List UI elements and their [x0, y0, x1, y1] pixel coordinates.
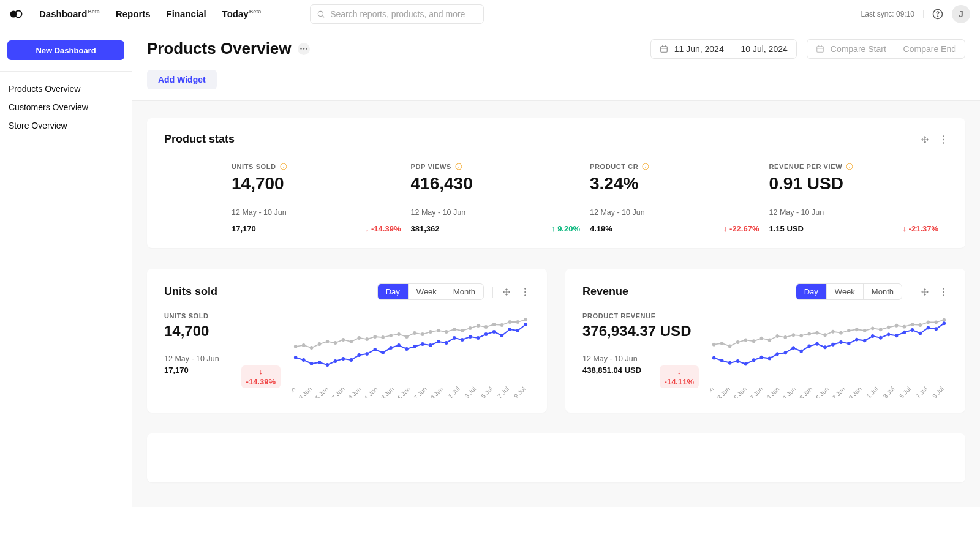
svg-point-134 [879, 328, 883, 331]
range-toggle-month[interactable]: Month [864, 284, 902, 299]
svg-point-41 [342, 338, 345, 342]
svg-point-53 [437, 329, 440, 332]
range-toggle-month[interactable]: Month [445, 284, 483, 299]
sidebar-item[interactable]: Store Overview [9, 121, 123, 130]
more-icon[interactable] [938, 135, 948, 144]
more-icon[interactable] [938, 287, 948, 297]
compare-range-picker[interactable]: Compare Start – Compare End [807, 39, 965, 59]
info-icon[interactable] [280, 163, 287, 170]
svg-point-45 [373, 335, 377, 339]
move-icon[interactable] [502, 287, 511, 297]
svg-point-88 [477, 336, 480, 340]
stat-label: UNITS SOLD [164, 312, 281, 320]
date-sep: – [730, 44, 735, 54]
chart-stat: PRODUCT REVENUE 376,934.37 USD 12 May - … [582, 312, 699, 398]
stat-compare-range: 12 May - 10 Jun [411, 208, 581, 217]
avatar[interactable]: J [952, 5, 970, 23]
svg-text:15 Jun: 15 Jun [312, 385, 330, 398]
range-toggle: DayWeekMonth [377, 283, 484, 300]
svg-point-36 [302, 343, 306, 347]
sidebar-item[interactable]: Products Overview [9, 84, 123, 94]
new-dashboard-button[interactable]: New Dashboard [7, 40, 124, 60]
svg-text:21 Jun: 21 Jun [779, 385, 797, 398]
help-icon[interactable] [932, 9, 943, 20]
svg-point-114 [720, 342, 724, 345]
chart-plot: 11 Jun13 Jun15 Jun17 Jun19 Jun21 Jun23 J… [710, 312, 948, 398]
svg-text:17 Jun: 17 Jun [747, 385, 764, 398]
last-sync-text: Last sync: 09:10 [861, 10, 924, 18]
svg-point-117 [744, 339, 748, 342]
range-toggle-week[interactable]: Week [409, 284, 445, 299]
svg-rect-13 [817, 47, 824, 52]
calendar-icon [660, 45, 668, 53]
nav-link[interactable]: TodayBeta [222, 9, 262, 19]
svg-text:1 Jul: 1 Jul [447, 386, 461, 399]
svg-point-57 [469, 326, 472, 330]
svg-point-38 [318, 342, 322, 346]
stat-value: 3.24% [590, 174, 760, 193]
svg-point-80 [413, 345, 417, 348]
search-box[interactable] [310, 4, 484, 24]
svg-text:7 Jul: 7 Jul [496, 386, 510, 399]
svg-point-136 [895, 324, 899, 328]
stat-compare-range: 12 May - 10 Jun [769, 208, 939, 217]
svg-point-138 [911, 323, 914, 326]
svg-point-120 [768, 339, 772, 342]
range-toggle-week[interactable]: Week [827, 284, 864, 299]
svg-point-172 [943, 321, 946, 325]
units-sold-card: Units sold DayWeekMonth UNITS SOLD 14,70… [147, 269, 547, 413]
svg-point-52 [429, 330, 432, 334]
search-icon [317, 10, 325, 18]
svg-point-19 [943, 142, 944, 144]
nav-link[interactable]: Reports [116, 9, 151, 19]
svg-point-59 [484, 325, 488, 329]
svg-text:9 Jul: 9 Jul [931, 386, 944, 399]
stat-compare-value: 1.15 USD [769, 224, 804, 233]
sidebar-item[interactable]: Customers Overview [9, 102, 123, 112]
svg-point-153 [791, 346, 795, 350]
svg-point-112 [943, 294, 944, 296]
divider [492, 287, 493, 298]
svg-point-33 [524, 291, 526, 293]
svg-point-18 [943, 138, 944, 140]
svg-point-122 [783, 335, 787, 339]
date-start: 11 Jun, 2024 [674, 44, 724, 54]
more-icon[interactable] [520, 287, 530, 297]
svg-point-43 [357, 336, 361, 340]
info-icon[interactable] [642, 163, 649, 170]
info-icon[interactable] [455, 163, 462, 170]
svg-point-35 [294, 345, 298, 348]
svg-point-90 [492, 330, 496, 334]
app-logo[interactable] [10, 10, 24, 18]
svg-text:3 Jul: 3 Jul [464, 386, 477, 399]
nav-link[interactable]: Financial [167, 9, 206, 19]
range-toggle-day[interactable]: Day [378, 284, 409, 299]
svg-point-49 [405, 335, 409, 339]
svg-point-85 [453, 336, 456, 340]
date-range-picker[interactable]: 11 Jun, 2024 – 10 Jul, 2024 [650, 39, 797, 59]
svg-text:27 Jun: 27 Jun [829, 385, 846, 398]
ellipsis-icon [300, 48, 307, 50]
nav-link[interactable]: DashboardBeta [39, 9, 100, 19]
svg-point-44 [365, 337, 369, 341]
svg-text:13 Jun: 13 Jun [714, 385, 731, 398]
move-icon[interactable] [920, 287, 930, 297]
svg-point-76 [381, 351, 385, 354]
stat-delta: ↓ -22.67% [723, 224, 760, 233]
add-widget-button[interactable]: Add Widget [147, 70, 217, 89]
search-input[interactable] [330, 9, 477, 19]
move-icon[interactable] [920, 135, 930, 144]
svg-point-137 [903, 325, 907, 329]
svg-point-68 [318, 361, 322, 364]
stat-value: 0.91 USD [769, 174, 939, 193]
info-icon[interactable] [846, 163, 853, 170]
svg-text:9 Jul: 9 Jul [513, 386, 526, 399]
navbar: DashboardBetaReportsFinancialTodayBeta L… [0, 0, 980, 28]
svg-text:11 Jun: 11 Jun [292, 385, 296, 398]
card-title: Revenue [582, 285, 628, 298]
svg-text:19 Jun: 19 Jun [345, 385, 363, 398]
range-toggle-day[interactable]: Day [796, 284, 827, 299]
svg-point-46 [381, 335, 385, 339]
page-title-menu-button[interactable] [298, 43, 310, 55]
svg-point-34 [524, 294, 526, 296]
